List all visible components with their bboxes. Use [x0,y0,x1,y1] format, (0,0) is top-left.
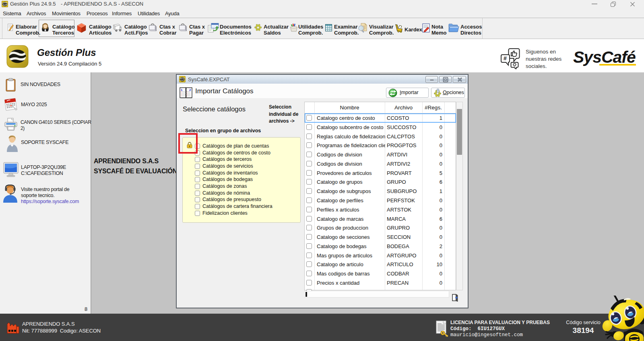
svg-text:1: 1 [181,88,183,92]
svg-text:2: 2 [189,88,191,92]
svg-text:#: # [504,55,507,62]
